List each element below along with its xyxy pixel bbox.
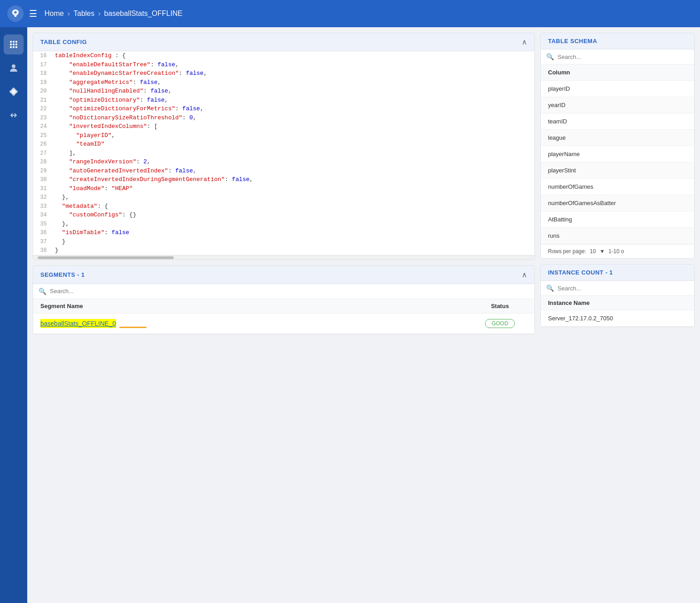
main-layout: TABLE CONFIG ∧ 16tableIndexConfig : {17 … [0,27,700,603]
code-line: 28 "rangeIndexVersion": 2, [33,157,534,167]
instance-count-panel: INSTANCE COUNT - 1 🔍 Instance Name Serve… [540,264,695,327]
line-number: 38 [33,246,51,255]
right-column: TABLE SCHEMA 🔍 Column playerIDyearIDteam… [540,33,695,598]
segment-status-cell: GOOD [473,319,527,328]
line-content: "createInvertedIndexDuringSegmentGenerat… [51,175,534,184]
schema-table: Column playerIDyearIDteamIDleagueplayerN… [541,64,694,244]
rows-per-page-label: Rows per page: [548,248,586,255]
schema-row: numberOfGamesAsBatter [541,195,694,211]
segment-underline-indicator [119,327,147,328]
line-content: }, [51,220,534,229]
segments-header: SEGMENTS - 1 ∧ [33,266,534,284]
segments-search-icon: 🔍 [39,288,46,295]
status-badge: GOOD [485,319,515,328]
code-line: 30 "createInvertedIndexDuringSegmentGene… [33,175,534,184]
code-line: 36 "isDimTable": false [33,228,534,237]
breadcrumb-current: baseballStats_OFFLINE [104,10,183,18]
breadcrumb-sep-2: › [98,10,100,18]
horizontal-scrollbar[interactable] [33,255,534,260]
schema-header: TABLE SCHEMA [541,33,694,49]
line-number: 32 [33,193,51,201]
breadcrumb-tables[interactable]: Tables [73,10,94,18]
line-content: tableIndexConfig : { [51,51,534,60]
segments-search-input[interactable] [50,288,529,294]
sidebar-icon-user[interactable] [4,58,24,78]
table-config-title: TABLE CONFIG [40,39,87,45]
scrollbar-thumb [38,256,174,259]
line-number: 22 [33,104,51,113]
schema-row: playerName [541,146,694,162]
breadcrumb-home[interactable]: Home [44,10,64,18]
hamburger-menu[interactable]: ☰ [29,8,37,19]
line-number: 36 [33,228,51,237]
line-number: 26 [33,140,51,148]
line-number: 30 [33,175,51,184]
sidebar-icon-zookeeper[interactable] [4,82,24,102]
code-line: 18 "enableDynamicStarTreeCreation": fals… [33,69,534,78]
code-line: 24 "invertedIndexColumns": [ [33,122,534,131]
main-content: TABLE CONFIG ∧ 16tableIndexConfig : {17 … [27,27,700,603]
sidebar-icon-api[interactable] [4,105,24,125]
schema-row: playerID [541,81,694,97]
svg-rect-9 [15,46,17,48]
segments-collapse[interactable]: ∧ [522,270,527,279]
top-navigation: ☰ Home › Tables › baseballStats_OFFLINE [0,0,700,27]
code-editor: 16tableIndexConfig : {17 "enableDefaultS… [33,51,534,255]
svg-rect-7 [10,46,12,48]
line-number: 23 [33,113,51,122]
schema-footer: Rows per page: 10 ▼ 1-10 o [541,244,694,258]
segment-link[interactable]: baseballStats_OFFLINE_0 [40,319,116,328]
segment-link-text: baseballStats_OFFLINE_0 [40,320,116,327]
schema-search-input[interactable] [558,54,689,60]
line-content: "isDimTable": false [51,228,534,237]
segments-col-status-header: Status [473,303,527,309]
line-content: "customConfigs": {} [51,211,534,220]
line-content: "rangeIndexVersion": 2, [51,157,534,167]
segments-title: SEGMENTS - 1 [40,271,85,278]
sidebar [0,27,27,603]
sidebar-icon-network[interactable] [4,34,24,54]
code-editor-area[interactable]: 16tableIndexConfig : {17 "enableDefaultS… [33,51,534,260]
instance-count-header: INSTANCE COUNT - 1 [541,265,694,281]
code-line: 35 }, [33,220,534,229]
line-number: 35 [33,220,51,228]
code-line: 20 "nullHandlingEnabled": false, [33,87,534,96]
line-number: 29 [33,167,51,175]
code-line: 26 "teamID" [33,140,534,149]
instance-col-header: Instance Name [541,296,694,310]
line-number: 21 [33,96,51,104]
line-number: 24 [33,122,51,131]
code-line: 21 "optimizeDictionary": false, [33,96,534,105]
line-number: 33 [33,202,51,211]
line-number: 20 [33,87,51,95]
instance-search-input[interactable] [558,285,689,292]
schema-row: teamID [541,113,694,130]
svg-point-10 [12,64,15,68]
table-config-collapse[interactable]: ∧ [522,38,527,46]
schema-row: runs [541,228,694,244]
line-number: 18 [33,69,51,78]
code-line: 29 "autoGeneratedInvertedIndex": false, [33,167,534,176]
segments-col-name-header: Segment Name [40,303,473,309]
schema-title: TABLE SCHEMA [548,38,597,44]
instance-search-icon: 🔍 [546,284,554,292]
schema-panel: TABLE SCHEMA 🔍 Column playerIDyearIDteam… [540,33,695,259]
line-number: 31 [33,184,51,193]
segments-search-row: 🔍 [33,284,534,299]
rows-per-page-dropdown-icon[interactable]: ▼ [599,248,605,255]
segments-panel: SEGMENTS - 1 ∧ 🔍 Segment Name Status bas… [33,265,535,334]
code-line: 16tableIndexConfig : { [33,51,534,60]
line-number: 19 [33,78,51,87]
svg-rect-2 [13,41,15,43]
svg-rect-6 [15,44,17,45]
line-number: 17 [33,60,51,69]
breadcrumb-sep-1: › [68,10,70,18]
line-content: "autoGeneratedInvertedIndex": false, [51,167,534,176]
svg-rect-3 [15,41,17,43]
code-line: 25 "playerID", [33,131,534,140]
line-content: } [51,246,534,255]
line-content: "loadMode": "HEAP" [51,184,534,193]
line-number: 27 [33,149,51,157]
schema-row: league [541,130,694,146]
svg-point-0 [14,11,17,14]
